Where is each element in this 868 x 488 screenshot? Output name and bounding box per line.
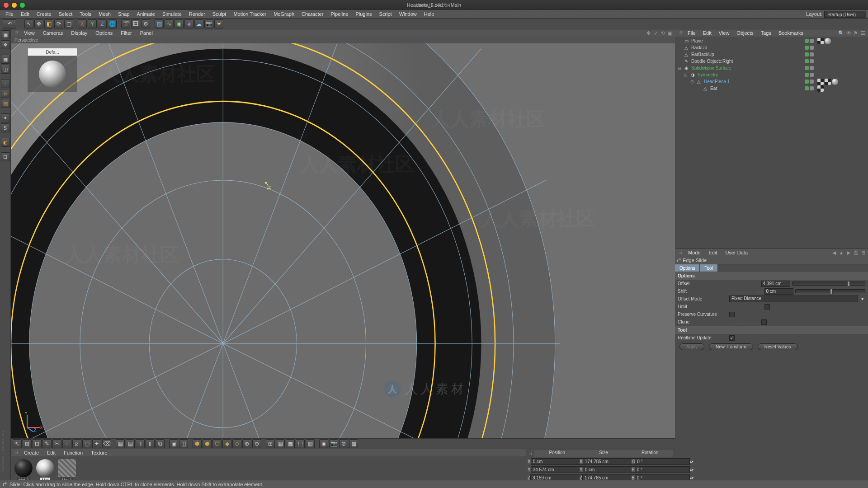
tool-2-icon[interactable]: ⊞	[23, 439, 32, 448]
reset-values-button[interactable]: Reset Values	[758, 343, 798, 350]
object-name[interactable]: Subdivision Surface	[690, 66, 804, 70]
vp-nav-zoom-icon[interactable]: ⤢	[652, 30, 659, 36]
om-filter-icon[interactable]: ⚑	[853, 30, 859, 36]
om-objects[interactable]: Objects	[733, 30, 757, 36]
viewport-solo-icon[interactable]: ◐	[1, 138, 10, 147]
add-deformer-icon[interactable]: ◈	[184, 19, 193, 28]
tag-icon[interactable]	[825, 79, 831, 85]
om-tags[interactable]: Tags	[757, 30, 775, 36]
expand-icon[interactable]: ⊟	[677, 66, 682, 70]
tool-26-icon[interactable]: ▦	[276, 439, 285, 448]
menu-pipeline[interactable]: Pipeline	[327, 10, 352, 18]
viewport-3d[interactable]: 人人素材社区 人人素材社区 人人素材社区 人人素材社区 人人素材社区	[11, 43, 675, 438]
tool-33-icon[interactable]: ▩	[349, 439, 358, 448]
menu-mograph[interactable]: MoGraph	[270, 10, 298, 18]
snap-toggle-icon[interactable]: S	[1, 123, 10, 132]
object-tree[interactable]: ▭Plane△BackUp△EarBackUp✎Doodle Object::R…	[675, 37, 868, 249]
visibility-dot-icon[interactable]	[805, 39, 809, 43]
vp-cameras[interactable]: Cameras	[39, 30, 67, 36]
vp-panel[interactable]: Panel	[136, 30, 157, 36]
tool-9-icon[interactable]: ✦	[92, 439, 101, 448]
vp-view[interactable]: View	[20, 30, 39, 36]
visibility-dot-icon[interactable]	[805, 52, 809, 56]
tool-29-icon[interactable]: ▥	[306, 439, 315, 448]
om-eye-icon[interactable]: 👁	[845, 30, 852, 36]
vp-display[interactable]: Display	[67, 30, 91, 36]
rot-input[interactable]	[635, 458, 690, 465]
object-mode-icon[interactable]: ❖	[1, 40, 10, 49]
render-settings-icon[interactable]: ⚙	[141, 19, 150, 28]
tool-17-icon[interactable]: ◫	[179, 439, 188, 448]
om-menu-icon[interactable]: ☰	[860, 30, 866, 36]
edges-mode-icon[interactable]: ⧄	[1, 89, 10, 98]
tool-13-icon[interactable]: ⫴	[136, 439, 145, 448]
tag-icon[interactable]	[825, 38, 831, 44]
visibility-dot-icon[interactable]	[805, 66, 809, 70]
tool-30-icon[interactable]: ◉	[319, 439, 328, 448]
menu-help[interactable]: Help	[420, 10, 438, 18]
panel-handle-icon[interactable]: ⠿	[678, 250, 684, 256]
tool-11-icon[interactable]: ▦	[116, 439, 125, 448]
axis-mode-icon[interactable]: ✦	[1, 113, 10, 122]
am-lock-icon[interactable]: ⚿	[853, 249, 859, 256]
om-file[interactable]: File	[684, 30, 699, 36]
tab-tool[interactable]: Tool	[700, 264, 717, 272]
zoom-window-icon[interactable]	[20, 3, 25, 8]
live-select-icon[interactable]: ↖	[24, 19, 33, 28]
tool-15-icon[interactable]: ⧉	[156, 439, 165, 448]
tag-icon[interactable]	[817, 38, 824, 44]
panel-handle-icon[interactable]: ⠿	[678, 30, 684, 36]
add-cube-icon[interactable]: ▧	[155, 19, 164, 28]
object-name[interactable]: Symmetry	[697, 72, 804, 77]
undo-button[interactable]: ↶	[3, 19, 16, 28]
am-edit[interactable]: Edit	[705, 250, 722, 255]
z-axis-lock-icon[interactable]: Z	[98, 19, 107, 28]
menu-render[interactable]: Render	[185, 10, 209, 18]
om-view[interactable]: View	[715, 30, 733, 36]
menu-file[interactable]: File	[2, 10, 17, 18]
tool-3-icon[interactable]: ⊡	[33, 439, 42, 448]
expand-icon[interactable]: ⊟	[683, 73, 689, 77]
render-view-icon[interactable]: 🎬	[121, 19, 130, 28]
visibility-dot-icon[interactable]	[805, 86, 809, 90]
tag-icon[interactable]	[832, 79, 838, 85]
render-dot-icon[interactable]	[810, 59, 814, 63]
add-generator-icon[interactable]: ◉	[175, 19, 184, 28]
offset-input[interactable]	[761, 281, 790, 287]
texture-mode-icon[interactable]: ▦	[1, 55, 10, 64]
scale-tool-icon[interactable]: ◧	[44, 19, 53, 28]
tool-12-icon[interactable]: ▤	[126, 439, 135, 448]
tool-21-icon[interactable]: ◆	[222, 439, 231, 448]
new-transform-button[interactable]: New Transform	[709, 343, 753, 350]
tab-options[interactable]: Options	[675, 264, 700, 272]
tag-icon[interactable]	[817, 79, 824, 85]
tree-row[interactable]: ⊟◑Symmetry	[676, 71, 867, 78]
visibility-dot-icon[interactable]	[805, 80, 809, 84]
tree-row[interactable]: ⊟△HeadPiece.1	[676, 78, 867, 85]
locked-workplane-icon[interactable]: ⊡	[1, 152, 10, 161]
om-search-icon[interactable]: 🔍	[838, 30, 844, 36]
menu-create[interactable]: Create	[33, 10, 55, 18]
tree-row[interactable]: △EarBackUp	[676, 51, 867, 58]
render-dot-icon[interactable]	[810, 39, 814, 43]
am-up-icon[interactable]: ▲	[838, 249, 844, 256]
render-dot-icon[interactable]	[810, 80, 814, 84]
apply-button[interactable]: Apply	[679, 343, 704, 350]
menu-sculpt[interactable]: Sculpt	[209, 10, 230, 18]
vp-filter[interactable]: Filter	[117, 30, 136, 36]
recent-tool-icon[interactable]: ◫	[64, 19, 73, 28]
vp-nav-pan-icon[interactable]: ✥	[645, 30, 651, 36]
menu-window[interactable]: Window	[396, 10, 420, 18]
rot-input[interactable]	[635, 466, 690, 473]
offset-slider[interactable]	[792, 282, 865, 286]
mat-create[interactable]: Create	[20, 450, 43, 455]
offsetmode-select[interactable]: Fixed Distance	[729, 296, 858, 302]
om-edit[interactable]: Edit	[699, 30, 715, 36]
object-name[interactable]: HeadPiece.1	[703, 79, 804, 84]
tool-25-icon[interactable]: ⊞	[266, 439, 275, 448]
tree-row[interactable]: ✎Doodle Object::Right	[676, 58, 867, 65]
menu-snap[interactable]: Snap	[114, 10, 133, 18]
tool-16-icon[interactable]: ▣	[169, 439, 178, 448]
tool-18-icon[interactable]: ⬢	[193, 439, 202, 448]
om-bookmarks[interactable]: Bookmarks	[775, 30, 807, 36]
